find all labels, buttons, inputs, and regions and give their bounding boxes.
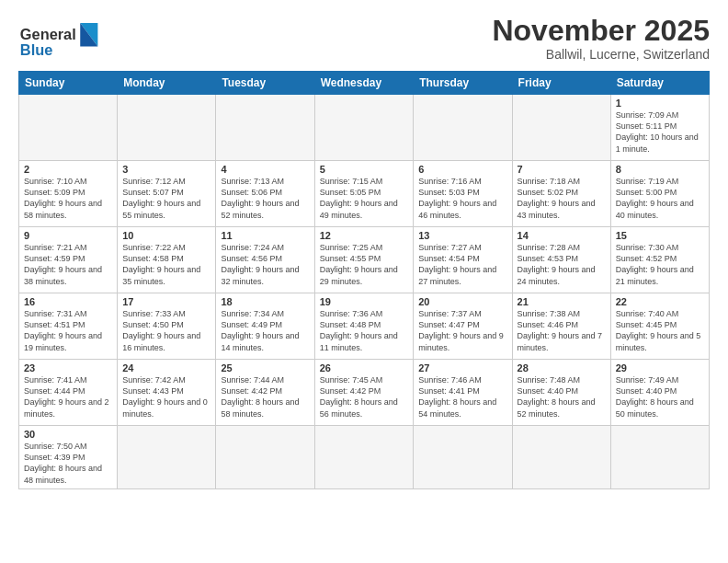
day-number: 4: [221, 164, 309, 175]
day-number: 29: [616, 362, 704, 373]
day-number: 26: [320, 362, 409, 373]
day-info: Sunrise: 7:10 AM Sunset: 5:09 PM Dayligh…: [24, 176, 112, 221]
calendar-day-cell: 16Sunrise: 7:31 AM Sunset: 4:51 PM Dayli…: [19, 293, 118, 360]
calendar-day-cell: 28Sunrise: 7:48 AM Sunset: 4:40 PM Dayli…: [512, 360, 610, 426]
calendar-day-cell: 27Sunrise: 7:46 AM Sunset: 4:41 PM Dayli…: [414, 360, 512, 426]
day-number: 16: [24, 296, 112, 307]
day-info: Sunrise: 7:19 AM Sunset: 5:00 PM Dayligh…: [616, 176, 704, 221]
day-number: 8: [616, 164, 704, 175]
calendar-week-row: 2Sunrise: 7:10 AM Sunset: 5:09 PM Daylig…: [19, 161, 710, 227]
day-info: Sunrise: 7:33 AM Sunset: 4:50 PM Dayligh…: [122, 308, 210, 353]
day-number: 10: [122, 230, 210, 241]
day-info: Sunrise: 7:34 AM Sunset: 4:49 PM Dayligh…: [221, 308, 309, 353]
calendar-day-cell: 4Sunrise: 7:13 AM Sunset: 5:06 PM Daylig…: [216, 161, 314, 227]
day-info: Sunrise: 7:31 AM Sunset: 4:51 PM Dayligh…: [24, 308, 112, 353]
day-info: Sunrise: 7:12 AM Sunset: 5:07 PM Dayligh…: [122, 176, 210, 221]
calendar-day-cell: 26Sunrise: 7:45 AM Sunset: 4:42 PM Dayli…: [314, 360, 414, 426]
calendar-day-cell: [314, 426, 414, 489]
calendar-table: Sunday Monday Tuesday Wednesday Thursday…: [18, 71, 710, 489]
calendar-day-cell: [118, 95, 216, 161]
day-info: Sunrise: 7:25 AM Sunset: 4:55 PM Dayligh…: [320, 242, 409, 287]
day-number: 21: [518, 296, 606, 307]
day-number: 30: [24, 429, 112, 440]
col-sunday: Sunday: [19, 72, 118, 95]
day-info: Sunrise: 7:16 AM Sunset: 5:03 PM Dayligh…: [418, 176, 506, 221]
calendar-day-cell: [610, 426, 709, 489]
day-info: Sunrise: 7:46 AM Sunset: 4:41 PM Dayligh…: [418, 374, 506, 419]
calendar-day-cell: [512, 426, 610, 489]
svg-text:Blue: Blue: [20, 41, 52, 58]
calendar-day-cell: 3Sunrise: 7:12 AM Sunset: 5:07 PM Daylig…: [118, 161, 216, 227]
calendar-day-cell: [314, 95, 414, 161]
calendar-day-cell: 1Sunrise: 7:09 AM Sunset: 5:11 PM Daylig…: [610, 95, 709, 161]
day-info: Sunrise: 7:49 AM Sunset: 4:40 PM Dayligh…: [616, 374, 704, 419]
page: General Blue November 2025 Ballwil, Luce…: [0, 0, 728, 563]
calendar-day-cell: 6Sunrise: 7:16 AM Sunset: 5:03 PM Daylig…: [414, 161, 512, 227]
subtitle: Ballwil, Lucerne, Switzerland: [492, 47, 710, 62]
day-number: 22: [616, 296, 704, 307]
day-number: 23: [24, 362, 112, 373]
calendar-day-cell: 20Sunrise: 7:37 AM Sunset: 4:47 PM Dayli…: [414, 293, 512, 360]
calendar-day-cell: 12Sunrise: 7:25 AM Sunset: 4:55 PM Dayli…: [314, 227, 414, 293]
col-monday: Monday: [118, 72, 216, 95]
day-info: Sunrise: 7:15 AM Sunset: 5:05 PM Dayligh…: [320, 176, 409, 221]
col-friday: Friday: [512, 72, 610, 95]
calendar-day-cell: 21Sunrise: 7:38 AM Sunset: 4:46 PM Dayli…: [512, 293, 610, 360]
calendar-day-cell: [118, 426, 216, 489]
day-number: 12: [320, 230, 409, 241]
day-number: 11: [221, 230, 309, 241]
day-info: Sunrise: 7:22 AM Sunset: 4:58 PM Dayligh…: [122, 242, 210, 287]
day-info: Sunrise: 7:48 AM Sunset: 4:40 PM Dayligh…: [518, 374, 606, 419]
day-info: Sunrise: 7:45 AM Sunset: 4:42 PM Dayligh…: [320, 374, 409, 419]
day-info: Sunrise: 7:21 AM Sunset: 4:59 PM Dayligh…: [24, 242, 112, 287]
calendar-day-cell: 23Sunrise: 7:41 AM Sunset: 4:44 PM Dayli…: [19, 360, 118, 426]
calendar-week-row: 16Sunrise: 7:31 AM Sunset: 4:51 PM Dayli…: [19, 293, 710, 360]
day-info: Sunrise: 7:28 AM Sunset: 4:53 PM Dayligh…: [518, 242, 606, 287]
calendar-day-cell: 13Sunrise: 7:27 AM Sunset: 4:54 PM Dayli…: [414, 227, 512, 293]
day-info: Sunrise: 7:18 AM Sunset: 5:02 PM Dayligh…: [518, 176, 606, 221]
calendar-day-cell: 5Sunrise: 7:15 AM Sunset: 5:05 PM Daylig…: [314, 161, 414, 227]
calendar-day-cell: 22Sunrise: 7:40 AM Sunset: 4:45 PM Dayli…: [610, 293, 709, 360]
calendar-day-cell: 25Sunrise: 7:44 AM Sunset: 4:42 PM Dayli…: [216, 360, 314, 426]
day-info: Sunrise: 7:27 AM Sunset: 4:54 PM Dayligh…: [418, 242, 506, 287]
calendar-day-cell: 18Sunrise: 7:34 AM Sunset: 4:49 PM Dayli…: [216, 293, 314, 360]
calendar-day-cell: [414, 95, 512, 161]
day-number: 25: [221, 362, 309, 373]
day-info: Sunrise: 7:09 AM Sunset: 5:11 PM Dayligh…: [616, 109, 704, 155]
calendar-day-cell: 19Sunrise: 7:36 AM Sunset: 4:48 PM Dayli…: [314, 293, 414, 360]
day-info: Sunrise: 7:13 AM Sunset: 5:06 PM Dayligh…: [221, 176, 309, 221]
calendar-week-row: 23Sunrise: 7:41 AM Sunset: 4:44 PM Dayli…: [19, 360, 710, 426]
calendar-day-cell: 2Sunrise: 7:10 AM Sunset: 5:09 PM Daylig…: [19, 161, 118, 227]
calendar-day-cell: [19, 95, 118, 161]
day-number: 5: [320, 164, 409, 175]
col-thursday: Thursday: [414, 72, 512, 95]
day-number: 6: [418, 164, 506, 175]
calendar-week-row: 1Sunrise: 7:09 AM Sunset: 5:11 PM Daylig…: [19, 95, 710, 161]
day-number: 28: [518, 362, 606, 373]
day-number: 13: [418, 230, 506, 241]
calendar-week-row: 9Sunrise: 7:21 AM Sunset: 4:59 PM Daylig…: [19, 227, 710, 293]
day-info: Sunrise: 7:37 AM Sunset: 4:47 PM Dayligh…: [418, 308, 506, 353]
calendar-day-cell: 30Sunrise: 7:50 AM Sunset: 4:39 PM Dayli…: [19, 426, 118, 489]
month-title: November 2025: [492, 15, 710, 47]
day-number: 9: [24, 230, 112, 241]
calendar-day-cell: 14Sunrise: 7:28 AM Sunset: 4:53 PM Dayli…: [512, 227, 610, 293]
day-number: 18: [221, 296, 309, 307]
header: General Blue November 2025 Ballwil, Luce…: [18, 15, 710, 62]
day-info: Sunrise: 7:44 AM Sunset: 4:42 PM Dayligh…: [221, 374, 309, 419]
day-info: Sunrise: 7:38 AM Sunset: 4:46 PM Dayligh…: [518, 308, 606, 353]
title-area: November 2025 Ballwil, Lucerne, Switzerl…: [492, 15, 710, 62]
logo-area: General Blue: [18, 15, 110, 61]
calendar-header-row: Sunday Monday Tuesday Wednesday Thursday…: [19, 72, 710, 95]
day-info: Sunrise: 7:24 AM Sunset: 4:56 PM Dayligh…: [221, 242, 309, 287]
calendar-day-cell: 24Sunrise: 7:42 AM Sunset: 4:43 PM Dayli…: [118, 360, 216, 426]
day-number: 20: [418, 296, 506, 307]
calendar-day-cell: 29Sunrise: 7:49 AM Sunset: 4:40 PM Dayli…: [610, 360, 709, 426]
day-number: 19: [320, 296, 409, 307]
calendar-day-cell: [414, 426, 512, 489]
col-wednesday: Wednesday: [314, 72, 414, 95]
calendar-day-cell: [216, 426, 314, 489]
day-number: 3: [122, 164, 210, 175]
calendar-week-row: 30Sunrise: 7:50 AM Sunset: 4:39 PM Dayli…: [19, 426, 710, 489]
day-info: Sunrise: 7:50 AM Sunset: 4:39 PM Dayligh…: [24, 441, 112, 486]
